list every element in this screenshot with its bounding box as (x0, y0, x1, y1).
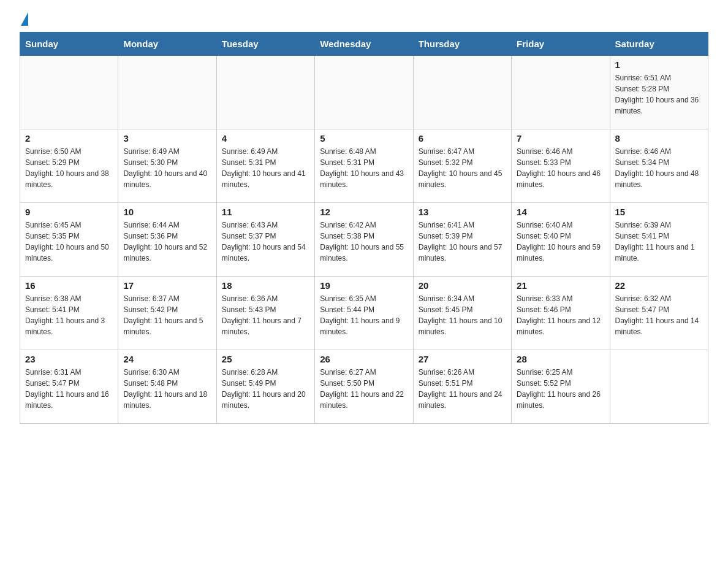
calendar-cell (512, 56, 610, 129)
day-info: Sunrise: 6:46 AMSunset: 5:33 PMDaylight:… (517, 146, 604, 190)
day-number: 12 (320, 207, 408, 217)
day-number: 3 (123, 133, 211, 144)
calendar-cell: 22Sunrise: 6:32 AMSunset: 5:47 PMDayligh… (610, 277, 708, 350)
page-header (20, 15, 708, 22)
day-number: 10 (123, 207, 211, 217)
day-number: 18 (222, 280, 309, 291)
calendar-week-row: 2Sunrise: 6:50 AMSunset: 5:29 PMDaylight… (20, 129, 708, 203)
day-number: 4 (222, 133, 309, 144)
calendar-cell: 27Sunrise: 6:26 AMSunset: 5:51 PMDayligh… (413, 350, 511, 424)
day-number: 2 (25, 133, 113, 144)
day-number: 6 (419, 133, 506, 144)
calendar-week-row: 23Sunrise: 6:31 AMSunset: 5:47 PMDayligh… (20, 350, 708, 424)
day-info: Sunrise: 6:39 AMSunset: 5:41 PMDaylight:… (615, 220, 703, 264)
day-info: Sunrise: 6:47 AMSunset: 5:32 PMDaylight:… (419, 146, 506, 190)
day-number: 23 (25, 354, 113, 364)
calendar-week-row: 9Sunrise: 6:45 AMSunset: 5:35 PMDaylight… (20, 203, 708, 277)
day-info: Sunrise: 6:48 AMSunset: 5:31 PMDaylight:… (320, 146, 408, 190)
day-info: Sunrise: 6:40 AMSunset: 5:40 PMDaylight:… (517, 220, 604, 264)
calendar-cell: 26Sunrise: 6:27 AMSunset: 5:50 PMDayligh… (315, 350, 413, 424)
day-info: Sunrise: 6:37 AMSunset: 5:42 PMDaylight:… (123, 293, 211, 337)
calendar-cell: 25Sunrise: 6:28 AMSunset: 5:49 PMDayligh… (216, 350, 314, 424)
day-info: Sunrise: 6:51 AMSunset: 5:28 PMDaylight:… (615, 72, 703, 117)
calendar-cell: 15Sunrise: 6:39 AMSunset: 5:41 PMDayligh… (610, 203, 708, 277)
day-info: Sunrise: 6:36 AMSunset: 5:43 PMDaylight:… (222, 293, 309, 337)
day-info: Sunrise: 6:43 AMSunset: 5:37 PMDaylight:… (222, 220, 309, 264)
day-number: 15 (615, 207, 703, 217)
day-info: Sunrise: 6:31 AMSunset: 5:47 PMDaylight:… (25, 367, 113, 411)
calendar-header-row: SundayMondayTuesdayWednesdayThursdayFrid… (20, 33, 708, 56)
calendar-header-wednesday: Wednesday (315, 33, 413, 56)
day-info: Sunrise: 6:33 AMSunset: 5:46 PMDaylight:… (517, 293, 604, 337)
calendar-cell (315, 56, 413, 129)
day-info: Sunrise: 6:42 AMSunset: 5:38 PMDaylight:… (320, 220, 408, 264)
day-info: Sunrise: 6:28 AMSunset: 5:49 PMDaylight:… (222, 367, 309, 411)
calendar-cell: 21Sunrise: 6:33 AMSunset: 5:46 PMDayligh… (512, 277, 610, 350)
calendar-cell: 16Sunrise: 6:38 AMSunset: 5:41 PMDayligh… (20, 277, 118, 350)
day-info: Sunrise: 6:30 AMSunset: 5:48 PMDaylight:… (123, 367, 211, 411)
calendar-cell: 8Sunrise: 6:46 AMSunset: 5:34 PMDaylight… (610, 129, 708, 203)
calendar-cell: 18Sunrise: 6:36 AMSunset: 5:43 PMDayligh… (216, 277, 314, 350)
calendar-header-monday: Monday (118, 33, 216, 56)
day-number: 1 (615, 59, 703, 70)
day-number: 13 (419, 207, 506, 217)
calendar-cell (413, 56, 511, 129)
day-number: 28 (517, 354, 604, 364)
day-number: 8 (615, 133, 703, 144)
day-info: Sunrise: 6:46 AMSunset: 5:34 PMDaylight:… (615, 146, 703, 190)
calendar-cell: 9Sunrise: 6:45 AMSunset: 5:35 PMDaylight… (20, 203, 118, 277)
calendar-week-row: 1Sunrise: 6:51 AMSunset: 5:28 PMDaylight… (20, 56, 708, 129)
calendar-cell (216, 56, 314, 129)
calendar-cell (20, 56, 118, 129)
logo-triangle-icon (21, 12, 28, 26)
calendar-table: SundayMondayTuesdayWednesdayThursdayFrid… (20, 32, 708, 424)
day-number: 16 (25, 280, 113, 291)
day-number: 7 (517, 133, 604, 144)
day-number: 21 (517, 280, 604, 291)
calendar-week-row: 16Sunrise: 6:38 AMSunset: 5:41 PMDayligh… (20, 277, 708, 350)
calendar-cell: 19Sunrise: 6:35 AMSunset: 5:44 PMDayligh… (315, 277, 413, 350)
calendar-cell: 12Sunrise: 6:42 AMSunset: 5:38 PMDayligh… (315, 203, 413, 277)
calendar-header-tuesday: Tuesday (216, 33, 314, 56)
calendar-cell: 4Sunrise: 6:49 AMSunset: 5:31 PMDaylight… (216, 129, 314, 203)
day-info: Sunrise: 6:50 AMSunset: 5:29 PMDaylight:… (25, 146, 113, 190)
day-info: Sunrise: 6:27 AMSunset: 5:50 PMDaylight:… (320, 367, 408, 411)
day-number: 26 (320, 354, 408, 364)
calendar-header-sunday: Sunday (20, 33, 118, 56)
day-number: 22 (615, 280, 703, 291)
day-info: Sunrise: 6:49 AMSunset: 5:30 PMDaylight:… (123, 146, 211, 190)
calendar-cell (610, 350, 708, 424)
calendar-cell: 20Sunrise: 6:34 AMSunset: 5:45 PMDayligh… (413, 277, 511, 350)
calendar-header-friday: Friday (512, 33, 610, 56)
calendar-cell: 3Sunrise: 6:49 AMSunset: 5:30 PMDaylight… (118, 129, 216, 203)
day-number: 20 (419, 280, 506, 291)
calendar-cell: 7Sunrise: 6:46 AMSunset: 5:33 PMDaylight… (512, 129, 610, 203)
calendar-cell: 24Sunrise: 6:30 AMSunset: 5:48 PMDayligh… (118, 350, 216, 424)
calendar-header-saturday: Saturday (610, 33, 708, 56)
calendar-header-thursday: Thursday (413, 33, 511, 56)
day-info: Sunrise: 6:41 AMSunset: 5:39 PMDaylight:… (419, 220, 506, 264)
day-info: Sunrise: 6:44 AMSunset: 5:36 PMDaylight:… (123, 220, 211, 264)
logo (20, 15, 28, 22)
day-number: 25 (222, 354, 309, 364)
day-info: Sunrise: 6:34 AMSunset: 5:45 PMDaylight:… (419, 293, 506, 337)
day-number: 14 (517, 207, 604, 217)
day-number: 11 (222, 207, 309, 217)
calendar-cell: 5Sunrise: 6:48 AMSunset: 5:31 PMDaylight… (315, 129, 413, 203)
calendar-cell: 17Sunrise: 6:37 AMSunset: 5:42 PMDayligh… (118, 277, 216, 350)
day-info: Sunrise: 6:38 AMSunset: 5:41 PMDaylight:… (25, 293, 113, 337)
day-number: 9 (25, 207, 113, 217)
calendar-cell: 10Sunrise: 6:44 AMSunset: 5:36 PMDayligh… (118, 203, 216, 277)
calendar-cell: 1Sunrise: 6:51 AMSunset: 5:28 PMDaylight… (610, 56, 708, 129)
day-info: Sunrise: 6:25 AMSunset: 5:52 PMDaylight:… (517, 367, 604, 411)
day-info: Sunrise: 6:45 AMSunset: 5:35 PMDaylight:… (25, 220, 113, 264)
calendar-cell: 2Sunrise: 6:50 AMSunset: 5:29 PMDaylight… (20, 129, 118, 203)
calendar-cell: 6Sunrise: 6:47 AMSunset: 5:32 PMDaylight… (413, 129, 511, 203)
day-number: 27 (419, 354, 506, 364)
day-info: Sunrise: 6:49 AMSunset: 5:31 PMDaylight:… (222, 146, 309, 190)
day-number: 17 (123, 280, 211, 291)
day-info: Sunrise: 6:26 AMSunset: 5:51 PMDaylight:… (419, 367, 506, 411)
day-info: Sunrise: 6:32 AMSunset: 5:47 PMDaylight:… (615, 293, 703, 337)
day-info: Sunrise: 6:35 AMSunset: 5:44 PMDaylight:… (320, 293, 408, 337)
day-number: 5 (320, 133, 408, 144)
